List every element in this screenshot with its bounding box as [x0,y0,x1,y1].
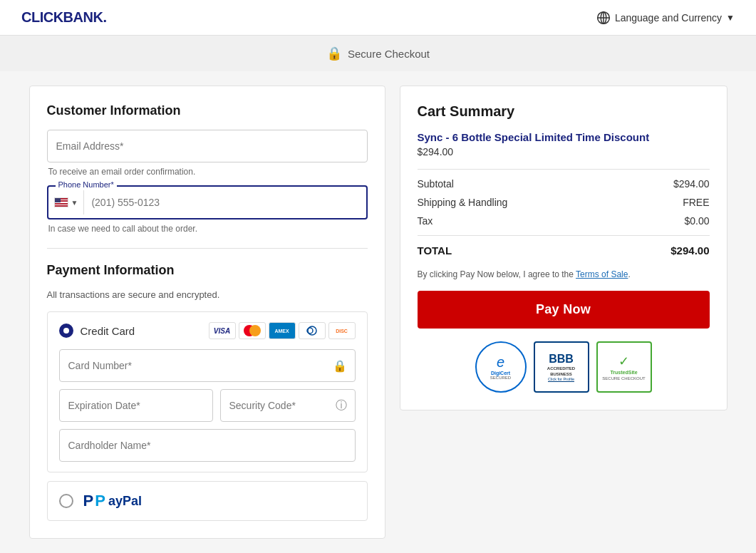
phone-hint: In case we need to call about the order. [48,224,368,234]
expiry-field[interactable] [59,389,213,422]
shipping-label: Shipping & Handling [418,197,508,208]
bbb-logo: BBB [549,353,574,366]
pay-now-button[interactable]: Pay Now [418,291,710,329]
trusted-text: TrustedSite [610,369,637,376]
trusted-sub-text: SECURE CHECKOUT [602,376,645,381]
visa-icon: VISA [209,322,236,339]
section-divider [47,248,368,249]
trust-badges: e DigiCert SECURED BBB ACCREDITEDBUSINES… [418,341,710,393]
tax-value: $0.00 [684,215,709,227]
terms-text: By clicking Pay Now below, I agree to th… [418,268,710,281]
cart-title: Cart Summary [418,103,710,120]
cvv-info-icon[interactable]: ⓘ [336,398,347,413]
secure-checkout-bar: 🔒 Secure Checkout [0,36,756,71]
bbb-click-profile-link[interactable]: Click for Profile [548,377,574,381]
email-group: To receive an email order confirmation. [47,130,368,177]
credit-card-label[interactable]: Credit Card [59,324,135,338]
us-flag-icon [54,197,68,207]
bbb-badge[interactable]: BBB ACCREDITEDBUSINESS Click for Profile [534,341,589,393]
chevron-down-icon: ▼ [726,13,735,23]
card-icons: VISA AMEX DISC [209,322,356,339]
terms-suffix: . [628,269,630,279]
trustedsite-badge: ✓ TrustedSite SECURE CHECKOUT [596,341,652,393]
expiry-cvv-row: ⓘ [59,389,356,422]
credit-card-text: Credit Card [81,325,135,337]
card-fields: 🔒 ⓘ [59,349,356,462]
shipping-row: Shipping & Handling FREE [418,197,710,208]
subtotal-row: Subtotal $294.00 [418,178,710,190]
digicert-badge: e DigiCert SECURED [475,341,527,393]
header: CLICKBANK. Language and Currency ▼ [0,0,756,36]
paypal-option[interactable]: PP ayPal [47,481,368,521]
credit-card-header: Credit Card VISA AMEX [59,322,356,339]
total-label: TOTAL [418,244,452,257]
diners-icon [299,322,326,339]
discover-icon: DISC [328,322,356,339]
payment-subtitle: All transactions are secure and encrypte… [47,289,368,300]
subtotal-value: $294.00 [673,178,710,190]
cart-divider-2 [418,235,710,236]
mastercard-icon [239,322,266,339]
digicert-text: DigiCert [491,371,510,376]
logo-text: CLICKBANK. [21,9,106,25]
total-value: $294.00 [670,244,709,257]
amex-icon: AMEX [269,322,296,339]
country-code-selector[interactable]: ▼ [48,190,85,215]
paypal-logo: PP ayPal [83,492,142,510]
language-currency-button[interactable]: Language and Currency ▼ [596,11,735,25]
customer-section-title: Customer Information [47,103,368,118]
customer-section: Customer Information To receive an email… [47,103,368,234]
clickbank-logo: CLICKBANK. [21,9,106,26]
digicert-e-icon: e [497,354,504,371]
terms-of-sale-link[interactable]: Terms of Sale [576,269,628,279]
paypal-radio[interactable] [59,494,73,508]
digicert-secured-text: SECURED [490,376,511,380]
cardholder-name-field[interactable] [59,429,356,462]
globe-icon [596,11,611,25]
phone-field[interactable] [84,188,366,217]
tax-label: Tax [418,215,433,227]
card-lock-icon: 🔒 [333,359,347,373]
tax-row: Tax $0.00 [418,215,710,227]
cart-divider-1 [418,169,710,170]
card-number-field[interactable] [59,349,356,382]
payment-section: Payment Information All transactions are… [47,263,368,521]
total-row: TOTAL $294.00 [418,244,710,257]
phone-group: Phone Number* ▼ In case we need to call … [47,185,368,234]
trusted-check-icon: ✓ [618,353,629,369]
subtotal-label: Subtotal [418,178,454,190]
cvv-group: ⓘ [220,389,356,422]
right-panel: Cart Summary Sync - 6 Bottle Special Lim… [400,86,727,410]
left-panel: Customer Information To receive an email… [29,86,385,539]
bbb-accredited-text: ACCREDITEDBUSINESS [547,366,575,378]
shipping-value: FREE [683,197,709,208]
product-price: $294.00 [418,146,710,157]
credit-card-radio[interactable] [59,324,73,338]
email-field[interactable] [47,130,368,162]
main-container: Customer Information To receive an email… [15,71,742,553]
email-hint: To receive an email order confirmation. [48,167,368,177]
card-number-group: 🔒 [59,349,356,382]
phone-label: Phone Number* [56,180,117,189]
product-name: Sync - 6 Bottle Special Limited Time Dis… [418,131,710,143]
terms-prefix: By clicking Pay Now below, I agree to th… [418,269,576,279]
dropdown-arrow: ▼ [71,199,78,207]
credit-card-option: Credit Card VISA AMEX [47,311,368,472]
phone-wrapper: Phone Number* ▼ [47,185,368,219]
lock-icon: 🔒 [326,46,342,61]
secure-checkout-label: Secure Checkout [348,48,430,60]
payment-section-title: Payment Information [47,263,368,278]
lang-currency-label: Language and Currency [615,12,722,24]
